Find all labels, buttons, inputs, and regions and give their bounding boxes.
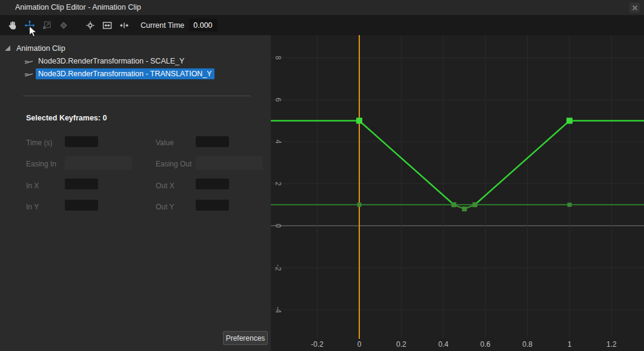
easing-out-field-label: Easing Out	[156, 160, 191, 168]
in-x-field-input[interactable]	[65, 179, 98, 189]
y-axis-tick-label: 8	[274, 56, 282, 60]
y-axis-tick-label: -4	[274, 306, 282, 313]
keyframe-diamond-icon	[58, 20, 69, 31]
close-button[interactable]	[629, 2, 640, 13]
selected-curve-segment[interactable]	[271, 121, 454, 205]
expand-horizontal-icon	[119, 20, 130, 31]
selected-keyframes-label: Selected Keyframes:	[26, 114, 101, 122]
move-tool-button[interactable]	[23, 19, 36, 32]
keyframe-handle[interactable]	[473, 202, 477, 207]
expand-horizontal-tool-button[interactable]	[118, 19, 131, 32]
expander-triangle-icon[interactable]	[5, 45, 10, 51]
out-y-field-label: Out Y	[156, 203, 174, 211]
y-axis-tick-label: 4	[274, 140, 282, 144]
out-x-field-label: Out X	[156, 182, 174, 190]
pan-tool-button[interactable]	[6, 19, 19, 32]
in-y-field-input[interactable]	[65, 200, 98, 211]
left-panel: Animation Clip Node3D.RenderTransformati…	[0, 35, 271, 351]
scale-tool-button[interactable]	[40, 19, 53, 32]
tree-item-translation-y[interactable]: Node3D.RenderTransformation - TRANSLATIO…	[24, 68, 214, 79]
time-field-label: Time (s)	[26, 139, 53, 147]
time-field-input[interactable]	[65, 136, 98, 147]
value-field-input[interactable]	[196, 136, 229, 147]
tree-item-scale-y[interactable]: Node3D.RenderTransformation - SCALE_Y	[24, 56, 187, 67]
x-axis-tick-label: 0.6	[480, 340, 491, 349]
animation-curve-icon	[24, 70, 33, 78]
scale-icon	[41, 20, 52, 31]
fit-horizontal-icon	[102, 20, 113, 31]
tree-item-label: Node3D.RenderTransformation - SCALE_Y	[36, 56, 187, 67]
preferences-button[interactable]: Preferences	[223, 331, 268, 345]
add-keyframe-tool-button[interactable]	[57, 19, 70, 32]
x-axis-tick-label: 0	[357, 340, 362, 349]
keyframe-handle[interactable]	[357, 203, 362, 207]
x-axis-tick-label: 0.4	[438, 340, 448, 349]
titlebar: Animation Clip Editor - Animation Clip	[0, 0, 644, 15]
x-axis-tick-label: 1.2	[606, 340, 617, 349]
x-axis-tick-label: 0.2	[396, 340, 407, 349]
fit-horizontal-tool-button[interactable]	[101, 19, 114, 32]
selected-keyframes-count: 0	[102, 114, 107, 122]
keyframe-handle[interactable]	[356, 118, 362, 124]
panel-divider	[23, 96, 250, 96]
value-field-label: Value	[156, 139, 174, 147]
y-axis-tick-label: 0	[274, 224, 282, 228]
in-x-field-label: In X	[26, 182, 39, 190]
y-axis-tick-label: -2	[274, 264, 282, 271]
keyframe-handle[interactable]	[566, 118, 573, 124]
selected-curve-segment[interactable]	[475, 121, 644, 205]
center-keyframe-tool-button[interactable]	[84, 19, 97, 32]
x-axis-tick-label: 1	[568, 340, 572, 349]
center-keyframe-icon	[85, 20, 96, 31]
easing-in-field-label: Easing In	[26, 160, 56, 168]
tree-root-animation-clip[interactable]: Animation Clip	[5, 43, 65, 53]
keyframe-handle[interactable]	[462, 206, 467, 211]
window-title: Animation Clip Editor - Animation Clip	[15, 3, 141, 11]
move-icon	[24, 20, 35, 31]
keyframe-handle[interactable]	[451, 202, 456, 207]
toolbar: Current Time	[0, 15, 644, 35]
tree-root-label: Animation Clip	[16, 44, 65, 53]
x-axis-tick-label: 0.8	[522, 340, 533, 349]
hand-icon	[7, 20, 18, 31]
out-y-field-input[interactable]	[196, 200, 229, 211]
easing-in-field-input[interactable]	[65, 156, 132, 169]
out-x-field-input[interactable]	[196, 179, 229, 189]
curve-canvas[interactable]: -0.200.20.40.60.811.286420-2-4	[271, 35, 644, 351]
animation-clip-editor-window: Animation Clip Editor - Animation Clip	[0, 0, 644, 351]
close-icon	[632, 5, 638, 11]
easing-out-field-input[interactable]	[196, 156, 263, 169]
current-time-input[interactable]	[189, 19, 217, 31]
in-y-field-label: In Y	[26, 203, 39, 211]
selected-keyframes-heading: Selected Keyframes: 0	[26, 114, 107, 122]
animation-curve-icon	[24, 57, 33, 65]
keyframe-handle[interactable]	[568, 203, 572, 207]
y-axis-tick-label: 6	[274, 97, 282, 102]
y-axis-tick-label: 2	[274, 182, 282, 186]
x-axis-tick-label: -0.2	[311, 340, 324, 349]
current-time-label: Current Time	[141, 21, 184, 30]
curve-editor-graph[interactable]: -0.200.20.40.60.811.286420-2-4	[271, 35, 644, 351]
tree-item-label-selected: Node3D.RenderTransformation - TRANSLATIO…	[36, 68, 214, 79]
